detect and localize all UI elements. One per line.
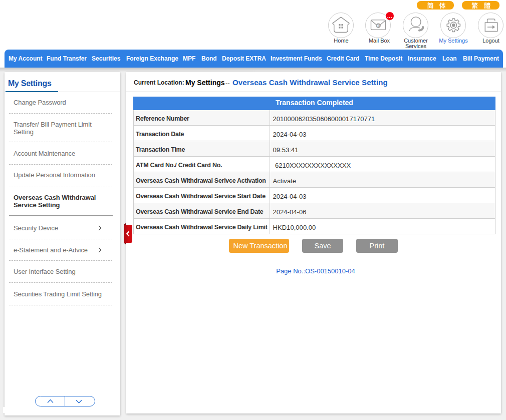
svg-text:e: e [377, 23, 380, 28]
